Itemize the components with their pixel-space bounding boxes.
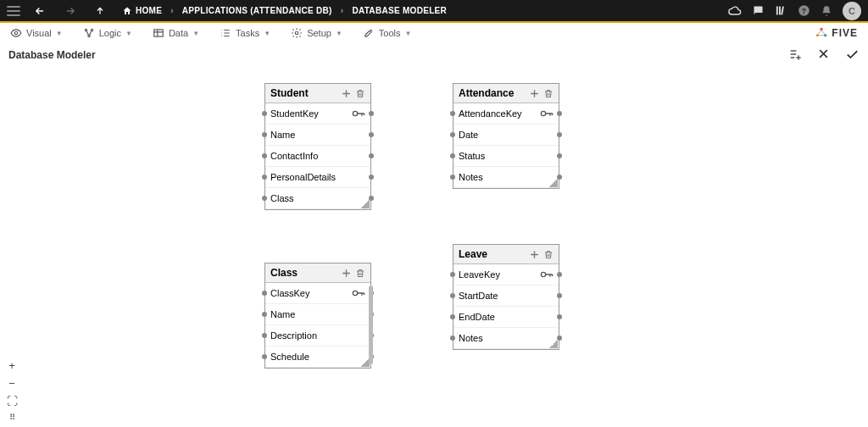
add-field-button[interactable] [341, 88, 352, 99]
connector-left[interactable] [450, 293, 455, 298]
chat-icon[interactable] [752, 4, 765, 17]
help-icon[interactable]: ? [798, 4, 810, 17]
connector-left[interactable] [450, 111, 455, 116]
entity-field[interactable]: Notes [453, 167, 559, 188]
entity-field[interactable]: Description [265, 325, 370, 347]
connector-right[interactable] [557, 293, 562, 298]
entity-header[interactable]: Leave [453, 245, 559, 264]
connector-left[interactable] [262, 354, 267, 359]
connector-left[interactable] [450, 153, 455, 158]
entity-student[interactable]: StudentStudentKeyNameContactInfoPersonal… [264, 83, 371, 210]
entity-field[interactable]: StudentKey [265, 103, 370, 125]
entity-field[interactable]: Status [453, 146, 559, 167]
toolbar-label: Logic [99, 28, 121, 38]
field-label: StartDate [459, 291, 498, 301]
add-list-button[interactable] [788, 47, 802, 62]
delete-entity-button[interactable] [355, 88, 365, 99]
toolbar-visual[interactable]: Visual▼ [10, 27, 63, 39]
modeler-canvas[interactable]: + − ⛶ ⠿ StudentStudentKeyNameContactInfo… [0, 65, 868, 427]
bell-icon[interactable] [821, 5, 832, 17]
entity-field[interactable]: Class [265, 188, 370, 209]
drag-handle-icon[interactable]: ⠿ [5, 413, 19, 422]
zoom-in-button[interactable]: + [5, 359, 19, 372]
entity-attendance[interactable]: AttendanceAttendanceKeyDateStatusNotes [453, 83, 559, 189]
scrollbar[interactable] [369, 286, 373, 364]
gear-icon [291, 27, 303, 39]
delete-entity-button[interactable] [543, 88, 554, 99]
connector-right[interactable] [557, 272, 562, 277]
connector-left[interactable] [262, 175, 267, 180]
toolbar-logic[interactable]: Logic▼ [83, 27, 132, 39]
entity-field[interactable]: ContactInfo [265, 146, 370, 167]
connector-right[interactable] [369, 111, 374, 116]
up-button[interactable] [90, 6, 110, 16]
confirm-button[interactable] [845, 47, 860, 62]
connector-left[interactable] [450, 336, 455, 341]
connector-right[interactable] [369, 153, 374, 158]
connector-left[interactable] [450, 132, 455, 137]
toolbar-label: Data [169, 28, 188, 38]
delete-entity-button[interactable] [543, 249, 554, 260]
connector-right[interactable] [557, 132, 562, 137]
entity-field[interactable]: Schedule [265, 347, 370, 368]
connector-right[interactable] [557, 153, 562, 158]
svg-point-8 [88, 35, 90, 36]
entity-field[interactable]: Notes [453, 328, 559, 349]
resize-handle[interactable] [549, 340, 558, 348]
page-title: Database Modeler [8, 49, 96, 61]
connector-left[interactable] [262, 196, 267, 201]
entity-field[interactable]: EndDate [453, 307, 559, 328]
connector-left[interactable] [262, 333, 267, 338]
entity-field[interactable]: AttendanceKey [453, 103, 559, 125]
library-icon[interactable] [775, 4, 787, 17]
connector-left[interactable] [262, 132, 267, 137]
svg-point-6 [85, 29, 86, 30]
breadcrumb-modeler[interactable]: DATABASE MODELER [352, 6, 447, 15]
cloud-icon[interactable] [728, 4, 742, 18]
add-field-button[interactable] [341, 268, 352, 279]
entity-field[interactable]: LeaveKey [453, 264, 559, 286]
entity-field[interactable]: StartDate [453, 286, 559, 307]
connector-left[interactable] [450, 314, 455, 319]
add-field-button[interactable] [529, 249, 540, 260]
entity-field[interactable]: Name [265, 125, 370, 146]
hamburger-menu[interactable] [7, 6, 20, 16]
key-icon [540, 109, 554, 118]
zoom-out-button[interactable]: − [5, 377, 19, 390]
toolbar-tools[interactable]: Tools▼ [363, 27, 412, 39]
entity-header[interactable]: Class [265, 263, 370, 283]
connector-left[interactable] [450, 175, 455, 180]
entity-header[interactable]: Student [265, 84, 370, 103]
breadcrumb-home[interactable]: HOME [122, 6, 162, 16]
connector-right[interactable] [557, 111, 562, 116]
toolbar-setup[interactable]: Setup▼ [291, 27, 342, 39]
entity-header[interactable]: Attendance [453, 84, 559, 103]
avatar[interactable]: C [843, 2, 861, 20]
connector-right[interactable] [369, 132, 374, 137]
chevron-down-icon: ▼ [56, 30, 63, 37]
connector-left[interactable] [262, 312, 267, 317]
back-button[interactable] [29, 5, 51, 17]
fit-screen-button[interactable]: ⛶ [5, 395, 19, 408]
resize-handle[interactable] [549, 179, 558, 187]
close-button[interactable] [817, 47, 830, 62]
connector-right[interactable] [557, 314, 562, 319]
connector-left[interactable] [262, 291, 267, 296]
toolbar-tasks[interactable]: Tasks▼ [220, 27, 270, 39]
entity-field[interactable]: PersonalDetails [265, 167, 370, 188]
connector-left[interactable] [262, 111, 267, 116]
entity-class[interactable]: ClassClassKeyNameDescriptionSchedule [264, 263, 371, 369]
forward-button[interactable] [59, 5, 81, 17]
entity-field[interactable]: Date [453, 125, 559, 146]
delete-entity-button[interactable] [355, 268, 365, 279]
breadcrumb-apps[interactable]: APPLICATIONS (ATTENDANCE DB) [182, 6, 332, 15]
resize-handle[interactable] [361, 200, 370, 208]
connector-left[interactable] [450, 272, 455, 277]
connector-left[interactable] [262, 153, 267, 158]
add-field-button[interactable] [529, 88, 540, 99]
toolbar-data[interactable]: Data▼ [153, 27, 199, 39]
entity-field[interactable]: ClassKey [265, 283, 370, 304]
entity-leave[interactable]: LeaveLeaveKeyStartDateEndDateNotes [453, 244, 559, 350]
connector-right[interactable] [369, 175, 374, 180]
entity-field[interactable]: Name [265, 304, 370, 325]
